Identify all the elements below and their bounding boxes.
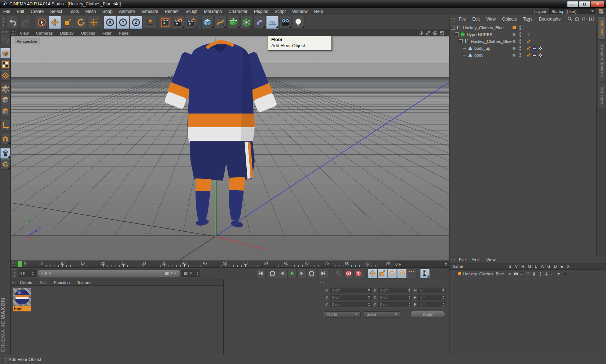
visibility-dots[interactable]	[518, 32, 522, 37]
transport-grip[interactable]	[12, 269, 16, 278]
coord-field-2-1-z[interactable]: 0 cm	[378, 302, 412, 307]
material-grip[interactable]	[12, 280, 16, 284]
goto-end-button[interactable]	[319, 269, 328, 278]
objects-menu-file[interactable]: File	[456, 16, 469, 22]
move-tool-button[interactable]	[49, 16, 61, 29]
main-menu-character[interactable]: Character	[225, 8, 251, 15]
material-tag-icon[interactable]	[532, 53, 537, 58]
tree-row-hockey-clothes-blue[interactable]: 0Hockey_Clothes_Blue	[449, 38, 596, 45]
layer-color-swatch[interactable]	[458, 272, 461, 275]
edges-mode-button[interactable]	[0, 95, 10, 105]
layers-menu-file[interactable]: File	[456, 257, 469, 263]
material-preview[interactable]	[13, 288, 31, 306]
main-menu-simulate[interactable]: Simulate	[138, 8, 162, 15]
apply-button[interactable]: Apply	[410, 311, 445, 318]
cell-bars-icon[interactable]	[525, 271, 531, 277]
close-button[interactable]	[591, 1, 604, 7]
render-settings-button[interactable]	[185, 16, 197, 29]
material-menu-create[interactable]: Create	[16, 280, 36, 285]
palette-grip[interactable]	[1, 31, 9, 34]
spinner[interactable]	[368, 288, 370, 292]
filter-eye-icon[interactable]	[581, 16, 587, 22]
coord-field-1-2-p[interactable]: 0 °	[418, 295, 446, 300]
polygons-mode-button[interactable]	[0, 106, 10, 116]
play-forwards-button[interactable]	[287, 269, 297, 278]
keyframe-selection-button[interactable]: ?	[354, 269, 363, 278]
layer-color-cell[interactable]	[511, 54, 517, 57]
phong-tag-icon[interactable]	[526, 39, 531, 44]
coordinate-system-button[interactable]	[143, 16, 155, 29]
objects-menu-bookmarks[interactable]: Bookmarks	[536, 16, 564, 22]
add-deformer-button[interactable]	[253, 16, 265, 29]
material-tag-icon[interactable]	[532, 46, 537, 51]
main-menu-edit[interactable]: Edit	[13, 8, 27, 15]
object-name[interactable]: Hockey_Clothes_Blue	[471, 39, 511, 44]
texture-mode-button[interactable]	[0, 59, 10, 70]
main-menu-mesh[interactable]: Mesh	[82, 8, 99, 15]
uvw-tag-icon[interactable]	[538, 46, 543, 51]
objects-menu-view[interactable]: View	[483, 16, 499, 22]
object-name[interactable]: HyperNURBS	[467, 32, 492, 37]
tab-structure[interactable]: Structure	[598, 83, 605, 108]
add-panel-icon[interactable]	[589, 16, 594, 22]
object-name[interactable]: Hockey_Clothes_Blue	[463, 26, 504, 30]
cell-brush-icon[interactable]	[549, 271, 556, 277]
start-frame-spinner[interactable]	[32, 272, 34, 275]
lock-z-axis-button[interactable]: Z	[130, 16, 142, 29]
spinner[interactable]	[408, 288, 410, 292]
viewport-menu-filter[interactable]: Filter	[99, 31, 115, 36]
spinner[interactable]	[442, 296, 444, 299]
viewport-menu-panel[interactable]: Panel	[115, 31, 133, 36]
layer-color-cell[interactable]	[511, 40, 517, 43]
current-frame-field[interactable]: 0 F	[393, 261, 449, 267]
view-label[interactable]: Perspective	[14, 39, 40, 44]
previous-frame-button[interactable]	[278, 269, 287, 278]
render-view-button[interactable]	[159, 16, 171, 29]
spinner[interactable]	[408, 303, 410, 306]
layout-dropdown[interactable]: Startup (User)	[549, 8, 596, 14]
next-frame-button[interactable]	[297, 269, 307, 278]
redo-button[interactable]	[19, 16, 32, 29]
end-frame-field[interactable]: 90 F	[182, 270, 200, 277]
add-spline-button[interactable]	[214, 16, 227, 29]
key-position-button[interactable]	[368, 269, 377, 278]
layer-row-hockey-clothes-blue[interactable]: Hockey_Clothes_Blue	[449, 270, 606, 277]
last-used-tool-button[interactable]	[88, 16, 100, 29]
viewport-menu-display[interactable]: Display	[56, 31, 77, 36]
frame-spinner[interactable]	[445, 262, 447, 266]
object-manager-grip[interactable]	[451, 16, 455, 22]
make-editable-button[interactable]	[0, 35, 10, 45]
cell-eye-icon[interactable]	[513, 271, 519, 277]
viewport-rotate-icon[interactable]	[432, 31, 438, 36]
coord-field-1-0-y[interactable]: 0 cm	[330, 295, 372, 300]
main-menu-render[interactable]: Render	[162, 8, 182, 15]
main-menu-script[interactable]: Script	[271, 8, 289, 15]
phong-tag-icon[interactable]	[526, 53, 531, 58]
playhead[interactable]	[17, 261, 22, 267]
viewport-pan-icon[interactable]	[419, 31, 424, 36]
cell-stack-icon[interactable]	[537, 271, 543, 277]
spinner[interactable]	[368, 303, 370, 306]
material-bodi[interactable]: bodi	[13, 288, 31, 311]
material-name[interactable]: bodi	[13, 306, 31, 311]
workplane-modes-button[interactable]	[0, 159, 10, 170]
objects-menu-edit[interactable]: Edit	[469, 16, 483, 22]
cell-axes-icon[interactable]	[543, 271, 549, 277]
main-menu-plugins[interactable]: Plugins	[251, 8, 271, 15]
add-floor-object-button[interactable]	[266, 16, 278, 29]
enabled-check-icon[interactable]: ✓	[526, 32, 531, 37]
visibility-dots[interactable]	[518, 39, 522, 44]
lock-x-axis-button[interactable]: X	[104, 16, 116, 29]
tree-row-hypernurbs[interactable]: HyperNURBS✓	[449, 31, 596, 38]
play-cycle-button[interactable]	[307, 269, 316, 278]
visibility-dots[interactable]	[518, 53, 522, 57]
visibility-dots[interactable]	[518, 26, 522, 30]
objects-menu-objects[interactable]: Objects	[499, 16, 520, 22]
main-menu-window[interactable]: Window	[289, 8, 311, 15]
cell-x-icon[interactable]	[562, 271, 568, 277]
render-to-picture-viewer-button[interactable]	[172, 16, 184, 29]
cell-dot-icon[interactable]	[506, 271, 513, 277]
main-menu-snap[interactable]: Snap	[99, 8, 116, 15]
key-point-level-button[interactable]	[407, 269, 416, 278]
main-menu-tools[interactable]: Tools	[65, 8, 82, 15]
